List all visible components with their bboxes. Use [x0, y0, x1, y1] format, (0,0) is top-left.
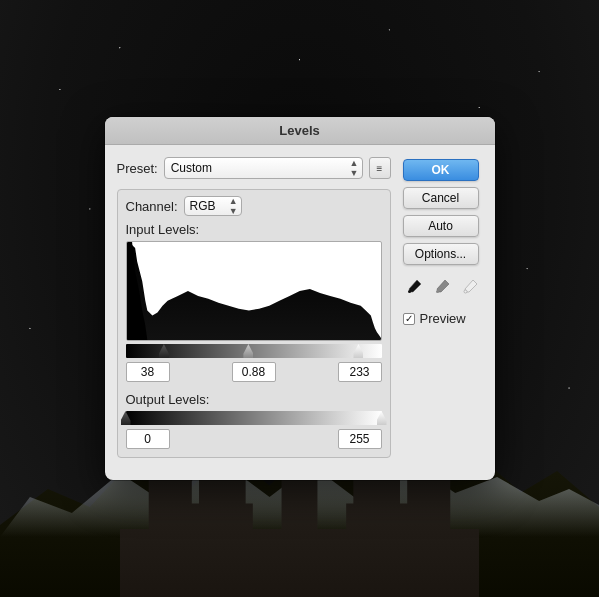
input-gamma-slider[interactable] [243, 344, 253, 358]
cancel-button[interactable]: Cancel [403, 187, 479, 209]
output-values-row [126, 429, 382, 449]
levels-dialog: Levels Preset: Custom ▲ ▼ [105, 117, 495, 480]
channel-select-wrapper: RGB ▲ ▼ [184, 196, 242, 216]
dialog-titlebar: Levels [105, 117, 495, 145]
preset-label: Preset: [117, 161, 158, 176]
black-eyedropper[interactable] [404, 275, 426, 297]
output-black-slider[interactable] [121, 411, 131, 425]
ok-button[interactable]: OK [403, 159, 479, 181]
svg-point-3 [436, 290, 439, 293]
histogram-svg [127, 242, 381, 340]
output-white-value[interactable] [338, 429, 382, 449]
histogram-container [126, 241, 382, 341]
input-values-row [126, 362, 382, 382]
preset-select-wrapper: Custom ▲ ▼ [164, 157, 363, 179]
input-black-slider[interactable] [159, 344, 169, 358]
output-black-value[interactable] [126, 429, 170, 449]
gray-eyedropper[interactable] [432, 275, 454, 297]
preset-menu-icon: ≡ [377, 163, 383, 174]
preview-row: ✓ Preview [403, 311, 483, 326]
svg-point-4 [464, 290, 467, 293]
channel-label: Channel: [126, 199, 178, 214]
svg-point-2 [408, 290, 411, 293]
output-white-slider[interactable] [377, 411, 387, 425]
options-button[interactable]: Options... [403, 243, 479, 265]
auto-button[interactable]: Auto [403, 215, 479, 237]
input-white-value[interactable] [338, 362, 382, 382]
svg-marker-0 [127, 244, 381, 340]
input-levels-label: Input Levels: [126, 222, 382, 237]
preset-select[interactable]: Custom [164, 157, 363, 179]
preview-label: Preview [420, 311, 466, 326]
output-levels-label: Output Levels: [126, 392, 382, 407]
white-eyedropper[interactable] [460, 275, 482, 297]
dialog-overlay: Levels Preset: Custom ▲ ▼ [0, 0, 599, 597]
eyedroppers-row [403, 275, 483, 297]
dialog-left-panel: Preset: Custom ▲ ▼ ≡ [117, 157, 391, 466]
dialog-right-panel: OK Cancel Auto Options... [403, 157, 483, 466]
preset-menu-button[interactable]: ≡ [369, 157, 391, 179]
dialog-body: Preset: Custom ▲ ▼ ≡ [105, 145, 495, 480]
input-slider-track[interactable] [126, 344, 382, 358]
svg-marker-1 [127, 242, 147, 340]
preview-checkbox[interactable]: ✓ [403, 313, 415, 325]
channel-group: Channel: RGB ▲ ▼ Input Levels: [117, 189, 391, 458]
input-white-slider[interactable] [353, 344, 363, 358]
channel-row: Channel: RGB ▲ ▼ [126, 196, 382, 216]
preset-row: Preset: Custom ▲ ▼ ≡ [117, 157, 391, 179]
input-gamma-value[interactable] [232, 362, 276, 382]
channel-select[interactable]: RGB [184, 196, 242, 216]
input-black-value[interactable] [126, 362, 170, 382]
output-slider-track[interactable] [126, 411, 382, 425]
dialog-title: Levels [279, 123, 319, 138]
